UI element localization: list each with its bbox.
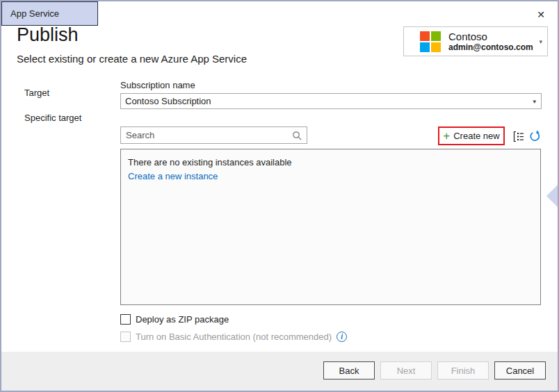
chevron-down-icon[interactable]: ▾ <box>539 38 542 45</box>
account-info: Contoso admin@contoso.com <box>448 31 533 52</box>
logo-square-yellow <box>431 42 441 52</box>
group-view-icon[interactable] <box>512 131 525 142</box>
close-icon[interactable]: ✕ <box>535 8 547 21</box>
page-subtitle: Select existing or create a new Azure Ap… <box>17 53 247 65</box>
subscription-dropdown[interactable]: Contoso Subscription ▾ <box>120 93 542 109</box>
cancel-button[interactable]: Cancel <box>494 361 546 379</box>
sidebar-item-specific-target[interactable]: Specific target <box>24 113 81 123</box>
subscription-value: Contoso Subscription <box>125 96 211 106</box>
deploy-zip-option: Deploy as ZIP package <box>120 314 229 325</box>
deploy-zip-checkbox[interactable] <box>120 314 131 325</box>
selected-tab-arrow <box>546 184 559 208</box>
logo-square-blue <box>420 42 430 52</box>
sidebar-item-target[interactable]: Target <box>24 88 49 98</box>
basic-auth-label: Turn on Basic Authentication (not recomm… <box>136 332 332 342</box>
back-button[interactable]: Back <box>323 361 375 379</box>
search-icon <box>292 131 302 141</box>
create-new-instance-link[interactable]: Create a new instance <box>128 171 218 181</box>
deploy-zip-label: Deploy as ZIP package <box>136 314 229 325</box>
logo-square-green <box>431 31 441 41</box>
logo-square-red <box>420 31 430 41</box>
sidebar-item-label: App Service <box>10 8 59 19</box>
info-icon[interactable]: i <box>337 332 347 342</box>
instance-list[interactable]: There are no existing instances availabl… <box>120 149 541 305</box>
search-input[interactable] <box>121 127 307 143</box>
finish-button: Finish <box>437 361 489 379</box>
microsoft-logo-icon <box>420 31 441 52</box>
account-email: admin@contoso.com <box>448 42 533 52</box>
search-box <box>120 126 307 144</box>
page-title: Publish <box>17 24 79 46</box>
create-new-label: Create new <box>453 131 499 141</box>
create-new-button[interactable]: + Create new <box>438 126 505 145</box>
sidebar-item-app-service[interactable]: App Service <box>1 1 98 26</box>
refresh-icon[interactable] <box>528 130 541 142</box>
account-selector[interactable]: Contoso admin@contoso.com ▾ <box>403 26 548 56</box>
basic-auth-option: Turn on Basic Authentication (not recomm… <box>120 332 347 342</box>
empty-list-message: There are no existing instances availabl… <box>128 157 292 168</box>
publish-dialog: ✕ Publish Select existing or create a ne… <box>0 0 559 392</box>
subscription-label: Subscription name <box>120 80 195 90</box>
chevron-down-icon: ▾ <box>533 94 536 108</box>
next-button: Next <box>380 361 432 379</box>
account-name: Contoso <box>448 31 533 42</box>
dialog-footer: Back Next Finish Cancel <box>1 352 558 391</box>
basic-auth-checkbox <box>120 332 131 342</box>
plus-icon: + <box>443 130 450 142</box>
